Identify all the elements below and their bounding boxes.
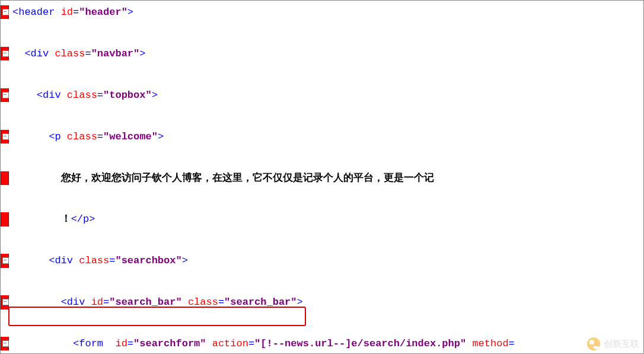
code-line[interactable]: <p class="welcome">	[1, 130, 643, 143]
code-token: "[!--news.url--]e/search/index.php"	[254, 338, 466, 349]
code-token: div	[67, 296, 85, 308]
fold-toggle-icon[interactable]	[2, 257, 9, 264]
code-token: header	[18, 7, 55, 18]
watermark-logo-icon	[587, 337, 600, 350]
code-token: <	[61, 296, 67, 308]
code-line[interactable]: <div id="search_bar" class="search_bar">	[1, 295, 643, 309]
code-token: =	[218, 296, 224, 308]
fold-toggle-icon[interactable]	[2, 299, 9, 305]
code-token: =	[73, 7, 79, 18]
gutter-change-marker	[1, 295, 9, 309]
code-line[interactable]: <div class="searchbox">	[1, 254, 643, 267]
code-token: </	[71, 213, 83, 225]
fold-toggle-icon[interactable]	[2, 133, 9, 140]
gutter-change-marker	[1, 212, 9, 226]
code-token: id	[115, 338, 127, 349]
code-token: class	[55, 48, 85, 59]
code-token: "search_bar"	[224, 296, 297, 308]
code-token	[182, 296, 188, 308]
code-token: "header"	[79, 7, 127, 18]
code-token: div	[31, 48, 49, 59]
code-token	[61, 131, 67, 142]
code-token	[103, 338, 115, 349]
code-token: <	[73, 338, 79, 349]
code-token: "topbox"	[103, 90, 152, 101]
code-token: <	[49, 255, 55, 266]
code-token: 您好，欢迎您访问子钦个人博客，在这里，它不仅仅是记录个人的平台，更是一个记	[61, 173, 434, 184]
code-line[interactable]: ！</p>	[1, 212, 643, 226]
code-token	[73, 255, 79, 266]
code-token: =	[85, 48, 91, 59]
code-token	[49, 48, 55, 59]
code-token: class	[188, 296, 218, 308]
fold-toggle-icon[interactable]	[2, 9, 9, 15]
code-token	[55, 7, 60, 18]
code-token: "searchform"	[133, 338, 206, 349]
code-token: <	[12, 7, 18, 18]
watermark-text: 创新互联	[604, 339, 639, 350]
watermark: 创新互联	[587, 337, 639, 350]
code-line[interactable]: <form id="searchform" action="[!--news.u…	[1, 337, 643, 350]
code-token: div	[43, 90, 61, 101]
code-token: "search_bar"	[109, 296, 181, 308]
code-token: p	[55, 131, 60, 142]
code-token: p	[83, 213, 89, 225]
code-token: id	[91, 296, 103, 308]
code-token: =	[103, 296, 109, 308]
fold-toggle-icon[interactable]	[2, 50, 9, 57]
code-token	[85, 296, 91, 308]
code-line[interactable]: 您好，欢迎您访问子钦个人博客，在这里，它不仅仅是记录个人的平台，更是一个记	[1, 171, 643, 185]
code-token: form	[79, 338, 103, 349]
code-token: class	[67, 131, 97, 142]
code-token: div	[55, 255, 73, 266]
code-token	[206, 338, 212, 349]
code-token: "searchbox"	[115, 255, 181, 266]
gutter-change-marker	[1, 337, 9, 350]
code-line[interactable]: <div class="navbar">	[1, 47, 643, 60]
code-token	[466, 338, 472, 349]
gutter-change-marker	[1, 5, 9, 19]
code-token: =	[97, 90, 103, 101]
fold-toggle-icon[interactable]	[2, 92, 9, 98]
code-token: >	[182, 255, 188, 266]
code-token: >	[89, 213, 95, 225]
code-token: class	[67, 90, 97, 101]
code-token: =	[97, 131, 103, 142]
code-token: action	[212, 338, 248, 349]
code-token: "navbar"	[91, 48, 140, 59]
gutter-change-marker	[1, 254, 9, 267]
code-token: >	[139, 48, 145, 59]
code-token: <	[24, 48, 30, 59]
code-token: <	[49, 131, 55, 142]
code-token: <	[37, 90, 43, 101]
code-token: =	[127, 338, 133, 349]
code-token: >	[127, 7, 133, 18]
gutter-change-marker	[1, 130, 9, 143]
code-editor[interactable]: <header id="header"> <div class="navbar"…	[0, 0, 644, 354]
code-token: >	[152, 90, 158, 101]
code-token: method	[472, 338, 508, 349]
gutter-change-marker	[1, 47, 9, 60]
code-token: =	[509, 338, 515, 349]
code-token: =	[109, 255, 115, 266]
code-token: >	[158, 131, 164, 142]
code-token: >	[297, 296, 303, 308]
fold-toggle-icon[interactable]	[2, 340, 9, 347]
gutter-change-marker	[1, 88, 9, 102]
code-token: ！	[61, 213, 71, 225]
code-token	[61, 90, 67, 101]
code-line[interactable]: <div class="topbox">	[1, 88, 643, 102]
code-token: class	[79, 255, 109, 266]
gutter-change-marker	[1, 171, 9, 185]
code-token: "welcome"	[103, 131, 158, 142]
code-line[interactable]: <header id="header">	[1, 5, 643, 19]
code-token: =	[248, 338, 254, 349]
code-token: id	[61, 7, 73, 18]
